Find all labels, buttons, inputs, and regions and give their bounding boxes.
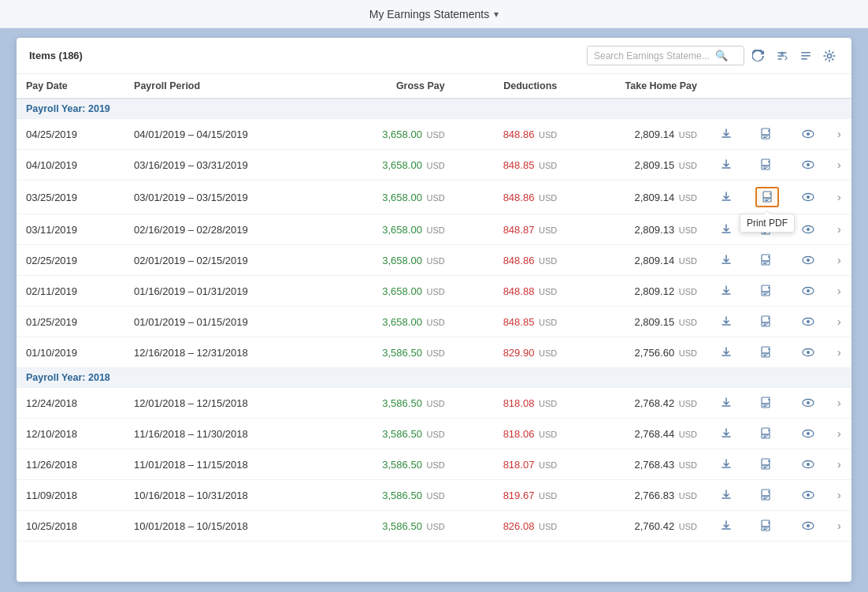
row-expand-icon[interactable]: › [837,128,841,140]
expand-cell: › [828,181,851,214]
svg-point-52 [807,320,810,323]
deductions: 829.90 USD [454,337,567,368]
view-cell [788,337,828,368]
download-button[interactable] [716,394,736,411]
view-button[interactable] [798,188,818,206]
view-button[interactable] [798,156,818,173]
svg-rect-63 [763,406,766,407]
download-button[interactable] [716,313,736,330]
print-cell: Print PDF [746,181,788,214]
take-home-pay: 2,809.14 USD [566,181,707,214]
svg-rect-32 [762,255,770,261]
svg-rect-13 [763,167,768,168]
print-pdf-button[interactable] [755,221,776,238]
download-cell [707,337,746,368]
svg-point-94 [807,524,810,527]
row-expand-icon[interactable]: › [837,458,841,471]
print-pdf-button[interactable] [755,251,776,269]
view-cell [788,181,828,214]
view-button[interactable] [798,344,818,361]
view-button[interactable] [798,486,818,504]
print-cell [746,276,788,307]
svg-point-59 [807,351,810,354]
row-expand-icon[interactable]: › [837,489,841,501]
svg-rect-91 [763,529,766,530]
row-expand-icon[interactable]: › [837,191,841,203]
svg-point-45 [807,289,810,292]
header-title[interactable]: My Earnings Statements ▾ [369,8,499,20]
download-button[interactable] [716,517,736,534]
row-expand-icon[interactable]: › [837,427,841,440]
expand-cell: › [828,511,851,542]
svg-point-50 [768,318,770,319]
download-button[interactable] [716,156,736,173]
svg-rect-35 [763,263,766,264]
print-cell [746,150,788,181]
view-cell [788,119,828,150]
row-expand-icon[interactable]: › [837,315,841,328]
svg-point-92 [768,522,770,523]
col-deductions: Deductions [454,74,567,99]
table-header-row: Pay Date Payroll Period Gross Pay Deduct… [17,74,851,99]
view-button[interactable] [798,456,818,473]
print-pdf-button[interactable] [755,187,779,207]
search-input[interactable] [594,50,712,61]
view-button[interactable] [798,313,818,330]
row-expand-icon[interactable]: › [837,397,841,409]
print-pdf-button[interactable] [755,282,776,300]
svg-rect-21 [765,200,768,201]
view-button[interactable] [798,425,818,442]
download-button[interactable] [716,282,736,300]
gross-pay: 3,658.00 USD [329,214,454,245]
view-button[interactable] [798,394,818,411]
row-expand-icon[interactable]: › [837,285,841,297]
view-button[interactable] [798,125,818,143]
print-pdf-button[interactable] [755,156,776,173]
row-expand-icon[interactable]: › [837,519,841,532]
svg-rect-70 [763,437,766,437]
pay-date: 04/10/2019 [17,150,124,181]
view-cell [788,214,828,245]
download-cell [707,245,746,276]
svg-rect-6 [763,136,768,137]
print-pdf-button[interactable] [755,344,776,361]
search-box[interactable]: 🔍 [587,46,744,65]
download-button[interactable] [716,188,736,206]
settings-button[interactable] [820,48,839,64]
view-cell [788,480,828,511]
download-button[interactable] [716,425,736,442]
take-home-pay: 2,756.60 USD [566,337,707,368]
sort-button[interactable] [773,48,792,64]
view-button[interactable] [798,221,818,238]
print-pdf-button[interactable] [755,125,776,143]
download-button[interactable] [716,251,736,269]
view-button[interactable] [798,282,818,300]
row-expand-icon[interactable]: › [837,158,841,171]
take-home-pay: 2,809.14 USD [566,119,707,150]
print-pdf-button[interactable] [755,486,776,504]
year-label: Payroll Year: 2019 [17,99,851,119]
print-pdf-button[interactable] [755,313,776,330]
download-button[interactable] [716,456,736,473]
row-expand-icon[interactable]: › [837,223,841,236]
svg-point-8 [768,130,770,132]
download-button[interactable] [716,344,736,361]
print-pdf-button[interactable] [755,456,776,473]
pay-date: 02/25/2019 [17,245,124,276]
refresh-button[interactable] [749,48,768,64]
svg-rect-84 [763,498,766,499]
row-expand-icon[interactable]: › [837,254,841,266]
download-button[interactable] [716,221,736,238]
print-pdf-button[interactable] [755,517,776,534]
download-cell [707,181,746,214]
print-pdf-button[interactable] [755,425,776,442]
table-row: 03/25/2019 03/01/2019 – 03/15/2019 3,658… [17,181,851,214]
svg-rect-88 [762,520,770,527]
download-button[interactable] [716,125,736,143]
view-button[interactable] [798,251,818,269]
actions-button[interactable] [796,48,815,64]
download-button[interactable] [716,486,736,504]
row-expand-icon[interactable]: › [837,346,841,359]
print-pdf-button[interactable] [755,394,776,411]
view-button[interactable] [798,517,818,534]
